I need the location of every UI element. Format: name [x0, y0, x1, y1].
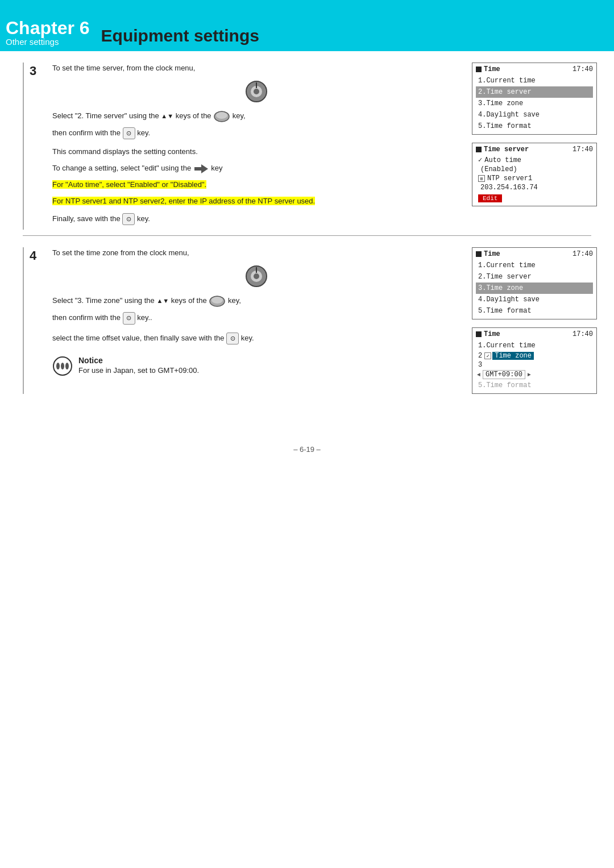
screen3-1-titlebar: Time 17:40: [476, 65, 593, 73]
menu-item-4-2: 2.Time server: [476, 271, 593, 283]
section-3-number: 3: [24, 63, 47, 230]
page-title: Equipment settings: [101, 26, 259, 45]
ntp-value: 203.254.163.74: [476, 183, 593, 192]
svg-point-16: [65, 363, 69, 369]
section-3-body: To set the time server, from the clock m…: [47, 63, 460, 230]
svg-point-12: [211, 297, 223, 304]
notice-text: For use in Japan, set to GMT+09:00.: [78, 366, 199, 375]
screen-indicator-4: [476, 331, 482, 337]
ntp-icon: ⊞: [478, 175, 485, 182]
screen4-2: Time 17:40 1.Current time 2 ✓ Time zone …: [472, 327, 597, 394]
screen3-2: Time server 17:40 ✓ Auto time (Enabled) …: [472, 143, 597, 206]
screen-indicator: [476, 147, 482, 152]
menu-item-s2-1: 1.Current time: [476, 340, 593, 351]
confirm-key: ⊙: [123, 127, 135, 140]
screen3-2-titlebar: Time server 17:40: [476, 146, 593, 153]
key-icon: [213, 110, 230, 123]
section-4-number: 4: [24, 247, 47, 394]
menu-item-4-3: 3.Time zone: [476, 283, 593, 294]
screen4-2-titlebar: Time 17:40: [476, 330, 593, 338]
timezone-row: 2 ✓ Time zone: [476, 351, 593, 360]
menu-item-3: 3.Time zone: [476, 98, 593, 109]
chapter-block: Chapter 6 Other settings: [6, 19, 90, 47]
key-icon-2: [209, 295, 226, 308]
screen3-1: Time 17:40 1.Current time 2.Time server …: [472, 63, 597, 135]
nav-arrows-2: ▲▼: [156, 298, 169, 304]
section-divider: [23, 235, 591, 236]
menu-item-1: 1.Current time: [476, 75, 593, 86]
page-number: – 6-19 –: [293, 445, 321, 454]
auto-time-row: ✓ Auto time: [476, 155, 593, 165]
notice-icon: [52, 356, 73, 378]
gmt-selector-row: ◄ GMT+09:00 ►: [476, 369, 593, 380]
section3-para6: Finally, save with the ⊙ key.: [52, 213, 460, 226]
menu-item-5: 5.Time format: [476, 121, 593, 132]
section4-para1: To set the time zone from the clock menu…: [52, 247, 460, 259]
section-4-screens: Time 17:40 1.Current time 2.Time server …: [472, 247, 597, 394]
page-footer: – 6-19 –: [0, 445, 614, 465]
section3-para2: Select "2. Time server" using the ▲▼ key…: [52, 110, 460, 123]
dial-icon: [245, 80, 268, 103]
chapter-subtitle: Other settings: [6, 37, 90, 47]
section3-highlight2: For NTP server1 and NTP server2, enter t…: [52, 196, 460, 207]
section3-para1: To set the time server, from the clock m…: [52, 63, 460, 74]
ntp-row: ⊞ NTP server1: [476, 174, 593, 183]
dial-icon-container-2: [52, 265, 460, 289]
notice-block: Notice For use in Japan, set to GMT+09:0…: [52, 356, 460, 378]
notice-label: Notice: [78, 356, 103, 365]
menu-item-4-1: 1.Current time: [476, 260, 593, 271]
svg-point-15: [61, 363, 64, 369]
section4-para2: Select "3. Time zone" using the ▲▼ keys …: [52, 295, 460, 308]
dial-icon-container: [52, 80, 460, 105]
section3-highlight1: For "Auto time", select "Enabled" or "Di…: [52, 179, 460, 191]
gmt-row-container: 3: [476, 360, 593, 369]
section3-para5: To change a setting, select "edit" using…: [52, 163, 460, 175]
section3-para4: This command displays the setting conten…: [52, 146, 460, 158]
section-3: 3 To set the time server, from the clock…: [23, 63, 597, 230]
svg-point-2: [254, 89, 259, 94]
menu-item-2: 2.Time server: [476, 86, 593, 98]
section4-para3: then confirm with the ⊙ key..: [52, 312, 460, 325]
auto-time-value: (Enabled): [476, 165, 593, 174]
save-key: ⊙: [122, 213, 135, 226]
arrow-key-icon: [193, 163, 209, 175]
screen4-1: Time 17:40 1.Current time 2.Time server …: [472, 247, 597, 319]
gmt-right-arrow: ►: [528, 372, 531, 378]
menu-item-4-5: 5.Time format: [476, 305, 593, 317]
section-4-body: To set the time zone from the clock menu…: [47, 247, 460, 394]
gmt-value: GMT+09:00: [483, 370, 525, 379]
timezone-label: Time zone: [492, 352, 534, 360]
edit-button: Edit: [478, 194, 502, 202]
svg-marker-6: [194, 164, 208, 173]
notice-content: Notice For use in Japan, set to GMT+09:0…: [78, 356, 199, 375]
chapter-number: Chapter 6: [6, 19, 90, 37]
screen4-1-titlebar: Time 17:40: [476, 250, 593, 258]
section4-para4: select the time offset value, then final…: [52, 333, 460, 345]
checkbox-icon: ✓: [484, 352, 491, 359]
svg-point-14: [56, 363, 60, 369]
page-header: Chapter 6 Other settings Equipment setti…: [0, 0, 614, 51]
svg-point-5: [216, 112, 227, 119]
svg-point-9: [254, 273, 259, 279]
section-3-screens: Time 17:40 1.Current time 2.Time server …: [472, 63, 597, 230]
confirm-key-2: ⊙: [123, 312, 135, 325]
gmt-left-arrow: ◄: [477, 372, 480, 378]
edit-button-row: Edit: [476, 192, 593, 203]
dial-icon-2: [245, 265, 268, 288]
nav-arrows: ▲▼: [161, 113, 173, 119]
menu-item-4-4: 4.Daylight save: [476, 294, 593, 305]
menu-item-4: 4.Daylight save: [476, 109, 593, 121]
screen-indicator: [476, 67, 482, 72]
main-content: 3 To set the time server, from the clock…: [0, 51, 614, 422]
notice-svg: [52, 356, 73, 376]
screen-indicator-3: [476, 251, 482, 257]
section3-para3: then confirm with the ⊙ key.: [52, 127, 460, 140]
section-4: 4 To set the time zone from the clock me…: [23, 247, 597, 394]
menu-item-s2-5: 5.Time format: [476, 380, 593, 391]
save-key-2: ⊙: [226, 333, 239, 345]
